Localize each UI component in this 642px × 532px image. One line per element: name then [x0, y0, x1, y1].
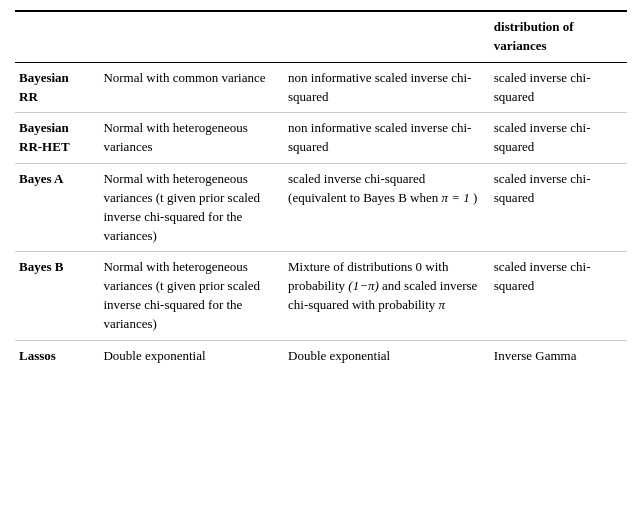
- likelihood-cell: Normal with heterogeneous variances: [99, 113, 284, 164]
- header-col1: [15, 11, 99, 62]
- table-row: BayesianRR Normal with common variance n…: [15, 62, 627, 113]
- prior-var-cell: scaled inverse chi-squared: [490, 252, 627, 340]
- prior-var-cell: Inverse Gamma: [490, 340, 627, 371]
- prior-beta-cell: non informative scaled inverse chi-squar…: [284, 62, 490, 113]
- header-col3: [284, 11, 490, 62]
- header-col4: distribution of variances: [490, 11, 627, 62]
- likelihood-cell: Normal with heterogeneous variances (t g…: [99, 164, 284, 252]
- prior-beta-cell: non informative scaled inverse chi-squar…: [284, 113, 490, 164]
- header-col4-line1: distribution of: [494, 19, 574, 34]
- prior-var-cell: scaled inverse chi-squared: [490, 164, 627, 252]
- table-row: Bayes A Normal with heterogeneous varian…: [15, 164, 627, 252]
- table-row: Lassos Double exponential Double exponen…: [15, 340, 627, 371]
- prior-var-cell: scaled inverse chi-squared: [490, 62, 627, 113]
- table-row: Bayes B Normal with heterogeneous varian…: [15, 252, 627, 340]
- header-col2: [99, 11, 284, 62]
- likelihood-cell: Normal with common variance: [99, 62, 284, 113]
- prior-var-cell: scaled inverse chi-squared: [490, 113, 627, 164]
- header-col4-line2: variances: [494, 38, 547, 53]
- prior-beta-cell: scaled inverse chi-squared (equivalent t…: [284, 164, 490, 252]
- method-cell: BayesianRR: [15, 62, 99, 113]
- method-cell: Lassos: [15, 340, 99, 371]
- method-cell: BayesianRR-HET: [15, 113, 99, 164]
- likelihood-cell: Normal with heterogeneous variances (t g…: [99, 252, 284, 340]
- table-row: BayesianRR-HET Normal with heterogeneous…: [15, 113, 627, 164]
- prior-beta-cell: Double exponential: [284, 340, 490, 371]
- methods-table: distribution of variances BayesianRR Nor…: [15, 10, 627, 372]
- method-cell: Bayes A: [15, 164, 99, 252]
- likelihood-cell: Double exponential: [99, 340, 284, 371]
- prior-beta-cell: Mixture of distributions 0 with probabil…: [284, 252, 490, 340]
- method-cell: Bayes B: [15, 252, 99, 340]
